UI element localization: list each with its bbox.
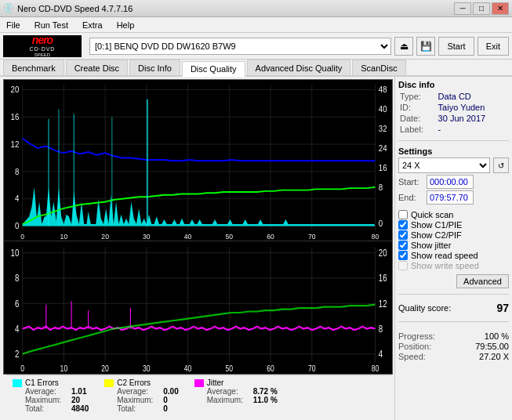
svg-text:50: 50 (226, 232, 234, 241)
speed-select[interactable]: 4 X8 X16 X24 X32 X40 X48 XMAX (398, 158, 490, 173)
quality-score-row: Quality score: 97 (398, 302, 509, 314)
right-panel: Disc info Type: Data CD ID: Taiyo Yuden … (394, 77, 512, 420)
progress-value: 100 % (485, 331, 509, 341)
quick-scan-checkbox[interactable] (398, 210, 408, 219)
close-button[interactable]: ✕ (492, 2, 509, 15)
svg-text:4: 4 (379, 349, 383, 360)
position-row: Position: 79:55.00 (398, 342, 509, 351)
end-label: End: (398, 193, 427, 202)
minimize-button[interactable]: ─ (454, 2, 471, 15)
divider-3 (398, 321, 509, 322)
quick-scan-row: Quick scan (398, 210, 509, 219)
svg-text:16: 16 (11, 112, 20, 121)
progress-label: Progress: (398, 331, 435, 341)
svg-text:20: 20 (101, 232, 109, 241)
svg-text:0: 0 (20, 232, 24, 241)
c1-color-box (13, 379, 22, 387)
c1-total-value: 4840 (71, 404, 89, 413)
svg-text:10: 10 (11, 248, 20, 259)
position-value: 79:55.00 (475, 342, 509, 351)
tab-advanced-disc-quality[interactable]: Advanced Disc Quality (247, 60, 351, 75)
divider-2 (398, 294, 509, 295)
save-button[interactable]: 💾 (416, 37, 435, 56)
date-label: Date: (398, 113, 437, 124)
svg-text:40: 40 (184, 364, 192, 374)
tab-create-disc[interactable]: Create Disc (66, 60, 128, 75)
chart-legend: C1 Errors Average: 1.01 Maximum: 20 Tota… (6, 375, 391, 416)
svg-text:48: 48 (379, 85, 387, 95)
show-read-speed-row: Show read speed (398, 251, 509, 260)
toolbar: nero CD·DVDSPEED [0:1] BENQ DVD DD DW162… (0, 33, 512, 60)
c1-label: C1 Errors (25, 378, 59, 387)
svg-text:20: 20 (11, 85, 20, 95)
show-write-speed-checkbox[interactable] (398, 261, 408, 270)
main-content: 20 16 12 8 4 0 48 40 32 24 16 8 0 (0, 77, 512, 420)
svg-text:20: 20 (379, 248, 387, 259)
c1-max-label: Maximum: (25, 396, 68, 404)
tab-benchmark[interactable]: Benchmark (3, 60, 64, 75)
svg-text:32: 32 (379, 124, 387, 133)
title-bar: 💿 Nero CD-DVD Speed 4.7.7.16 ─ □ ✕ (0, 0, 512, 17)
logo: nero CD·DVDSPEED (3, 35, 82, 57)
svg-text:16: 16 (379, 163, 387, 172)
svg-text:60: 60 (267, 364, 274, 374)
drive-select[interactable]: [0:1] BENQ DVD DD DW1620 B7W9 (89, 38, 391, 55)
menu-extra[interactable]: Extra (79, 20, 106, 31)
svg-text:8: 8 (379, 183, 383, 192)
svg-text:50: 50 (226, 364, 234, 374)
show-c1-label: Show C1/PIE (411, 220, 462, 230)
show-c2-checkbox[interactable] (398, 230, 408, 240)
exit-button[interactable]: Exit (478, 37, 509, 56)
settings-section: Settings 4 X8 X16 X24 X32 X40 X48 XMAX ↺… (398, 147, 509, 206)
menu-file[interactable]: File (3, 20, 24, 31)
show-jitter-checkbox[interactable] (398, 241, 408, 250)
chart-bottom: 10 8 6 4 2 20 16 12 8 4 0 10 20 (4, 241, 392, 374)
id-value: Taiyo Yuden (437, 102, 509, 113)
c1-avg-label: Average: (25, 387, 68, 396)
refresh-button[interactable]: ↺ (493, 158, 509, 173)
tab-bar: Benchmark Create Disc Disc Info Disc Qua… (0, 60, 512, 77)
menu-run-test[interactable]: Run Test (31, 20, 71, 31)
date-value: 30 Jun 2017 (437, 113, 509, 124)
jitter-max-label: Maximum: (207, 396, 250, 404)
svg-text:12: 12 (11, 139, 20, 149)
quality-score-label: Quality score: (398, 303, 451, 313)
show-c1-checkbox[interactable] (398, 220, 408, 230)
svg-text:8: 8 (15, 273, 19, 284)
svg-text:80: 80 (372, 232, 379, 241)
start-button[interactable]: Start (438, 37, 474, 56)
type-value: Data CD (437, 91, 509, 102)
type-label: Type: (398, 91, 437, 102)
eject-button[interactable]: ⏏ (394, 37, 413, 56)
speed-value: 27.20 X (479, 352, 509, 361)
legend-jitter: Jitter Average: 8.72 % Maximum: 11.0 % (194, 378, 278, 413)
c1-avg-value: 1.01 (71, 387, 86, 396)
show-jitter-label: Show jitter (411, 241, 451, 250)
c1-max-value: 20 (71, 396, 80, 404)
show-c1-row: Show C1/PIE (398, 220, 509, 230)
checkboxes-section: Quick scan Show C1/PIE Show C2/PIF Show … (398, 209, 509, 271)
maximize-button[interactable]: □ (473, 2, 490, 15)
show-read-speed-checkbox[interactable] (398, 251, 408, 260)
svg-text:6: 6 (15, 298, 19, 309)
tab-disc-info[interactable]: Disc Info (129, 60, 180, 75)
start-time-value: 000:00.00 (427, 175, 474, 189)
tab-disc-quality[interactable]: Disc Quality (182, 61, 245, 77)
advanced-button[interactable]: Advanced (456, 274, 509, 288)
end-time-row: End: 079:57.70 (398, 190, 509, 205)
disc-label-label: Label: (398, 124, 437, 135)
svg-text:0: 0 (20, 364, 24, 374)
show-c2-label: Show C2/PIF (411, 230, 462, 240)
menu-help[interactable]: Help (114, 20, 138, 31)
c2-label: C2 Errors (117, 378, 151, 387)
show-jitter-row: Show jitter (398, 241, 509, 250)
end-time-value: 079:57.70 (427, 190, 474, 205)
svg-text:8: 8 (15, 167, 20, 176)
disc-label-value: - (437, 124, 509, 135)
svg-text:30: 30 (143, 364, 151, 374)
svg-text:10: 10 (60, 232, 68, 241)
app-icon: 💿 (3, 3, 14, 13)
tab-scandisc[interactable]: ScanDisc (352, 60, 405, 75)
speed-row-progress: Speed: 27.20 X (398, 352, 509, 361)
svg-text:40: 40 (379, 104, 387, 114)
